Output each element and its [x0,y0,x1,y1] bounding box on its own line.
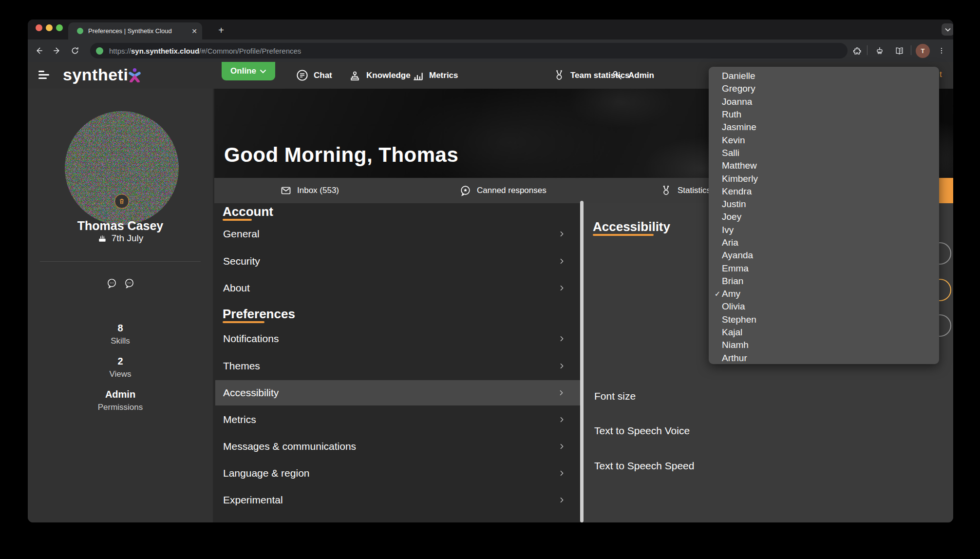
tab-search-button[interactable] [942,23,953,36]
settings-item-themes[interactable]: Themes [223,357,572,375]
voice-option[interactable]: ✓Amy [709,288,939,300]
status-label: Online [230,66,256,76]
voice-option[interactable]: Olivia [709,300,939,313]
status-dropdown-button[interactable]: Online [222,62,275,80]
voice-option[interactable]: Brian [709,275,939,288]
voice-option-label: Arthur [722,353,747,364]
toolbar-divider [911,45,911,55]
voice-option[interactable]: Gregory [709,82,939,95]
voice-option[interactable]: Danielle [709,70,939,82]
nav-item-knowledge[interactable]: Knowledge [348,62,411,89]
settings-item-label: Metrics [223,414,256,425]
tab-statistics[interactable]: Statistics [660,178,711,203]
voice-option-label: Joanna [722,96,752,107]
settings-item-notifications[interactable]: Notifications [223,330,572,347]
canned-responses-icon [459,185,471,197]
minimize-window-button[interactable] [46,24,53,31]
app-logo[interactable]: syntheti [63,65,141,84]
forward-button[interactable] [51,44,63,57]
voice-option[interactable]: Justin [709,198,939,211]
site-status-icon [96,47,103,55]
voice-option-label: Gregory [722,83,755,94]
envelope-icon [280,185,292,196]
close-window-button[interactable] [36,24,42,31]
zoom-window-button[interactable] [56,24,63,31]
voice-option[interactable]: Kimberly [709,172,939,185]
voice-option[interactable]: Salli [709,147,939,159]
address-bar[interactable]: https://syn.synthetix.cloud/#/Common/Pro… [90,43,848,58]
browser-profile-avatar[interactable]: T [916,44,930,58]
voice-option[interactable]: Kevin [709,134,939,146]
reload-button[interactable] [69,44,81,57]
voice-option[interactable]: Stephen [709,313,939,326]
logo-person-x-icon [129,68,141,82]
voice-option-label: Kevin [722,135,745,146]
browser-menu-button[interactable] [935,44,948,57]
voice-option[interactable]: Joanna [709,96,939,108]
voice-option-label: Ivy [722,225,734,235]
voice-option[interactable]: Niamh [709,339,939,351]
voice-option[interactable]: Joey [709,211,939,223]
trash-icon [118,198,125,205]
voice-option[interactable]: Kendra [709,185,939,198]
settings-item-about[interactable]: About [223,279,572,297]
tab-canned-responses[interactable]: Canned responses [459,178,547,203]
voice-option[interactable]: Arthur [709,352,939,364]
nav-item-chat[interactable]: Chat [296,62,332,89]
tab-title: Preferences | Synthetix Cloud [88,27,172,35]
nav-item-metrics[interactable]: Metrics [412,62,458,89]
puzzle-icon [853,46,862,56]
extension-rover-button[interactable] [873,44,886,57]
speech-bubble-icon[interactable] [106,278,117,289]
voice-dropdown[interactable]: DanielleGregoryJoannaRuthJasmineKevinSal… [709,67,939,364]
voice-option[interactable]: Jasmine [709,121,939,134]
tab-close-icon[interactable]: ✕ [191,28,197,35]
voice-option[interactable]: Ruth [709,108,939,121]
tab-label: Inbox (553) [297,186,339,195]
voice-option-label: Ruth [722,109,741,120]
speech-bubble-icon[interactable] [124,278,135,289]
section-underline [223,219,252,221]
section-title: Account [223,204,273,219]
chevron-right-icon [558,496,565,504]
settings-item-general[interactable]: General [223,225,572,243]
settings-item-messages-communications[interactable]: Messages & communications [223,438,572,455]
voice-option-label: Kimberly [722,173,758,184]
settings-item-label: Notifications [223,333,279,345]
menu-toggle-button[interactable] [38,69,52,82]
voice-option[interactable]: Ivy [709,224,939,236]
settings-item-metrics[interactable]: Metrics [223,411,572,428]
voice-option[interactable]: Emma [709,262,939,274]
delete-avatar-button[interactable] [114,194,129,209]
nav-item-label: Chat [314,71,332,80]
settings-item-security[interactable]: Security [223,252,572,270]
new-tab-button[interactable]: + [214,23,228,37]
nav-item-admin[interactable]: Admin [611,62,654,89]
browser-tab[interactable]: Preferences | Synthetix Cloud ✕ [68,22,202,39]
back-button[interactable] [33,44,45,57]
tab-label: Statistics [678,186,711,195]
settings-item-label: About [223,282,250,294]
voice-option-label: Matthew [722,160,757,171]
chevron-right-icon [558,443,565,450]
chevron-right-icon [558,335,565,343]
panel-underline [593,234,654,236]
voice-option[interactable]: Aria [709,236,939,249]
voice-option[interactable]: Matthew [709,159,939,172]
voice-option-label: Niamh [722,340,749,350]
voice-option[interactable]: Kajal [709,326,939,339]
settings-item-experimental[interactable]: Experimental [223,491,572,509]
profile-sidebar: Thomas Casey 7th July 8 Skills 2 Views A… [28,89,213,522]
extensions-button[interactable] [851,44,864,57]
knowledge-icon [348,69,361,82]
tab-inbox[interactable]: Inbox (553) [280,178,339,203]
voice-option-label: Joey [722,212,741,222]
voice-option[interactable]: Ayanda [709,249,939,262]
chevron-down-icon [260,69,266,74]
nav-item-partially-hidden[interactable]: t [940,70,942,79]
reading-list-button[interactable] [893,44,905,57]
settings-item-language-region[interactable]: Language & region [223,464,572,482]
vertical-scrollbar[interactable] [580,201,584,522]
chevron-right-icon [558,469,565,477]
settings-item-accessibility-selected[interactable]: Accessibility [215,380,581,405]
